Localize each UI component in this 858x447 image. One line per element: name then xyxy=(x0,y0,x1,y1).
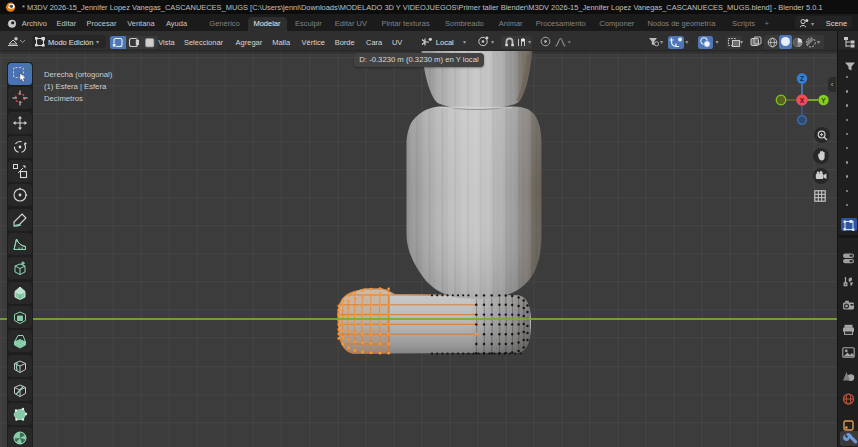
svg-text:Z: Z xyxy=(800,75,804,82)
svg-text:X: X xyxy=(800,97,805,104)
svg-text:Y: Y xyxy=(821,97,826,104)
